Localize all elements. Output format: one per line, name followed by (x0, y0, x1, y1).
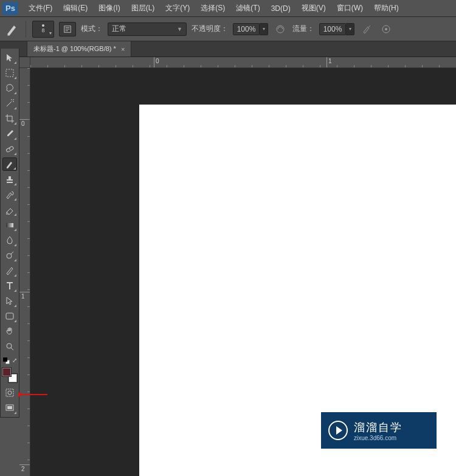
document-tab-bar: 未标题-1 @ 100%(RGB/8) * × (0, 41, 456, 57)
flow-dropdown[interactable]: ▾ (346, 23, 354, 35)
menu-image[interactable]: 图像(I) (93, 1, 125, 16)
gradient-tool[interactable] (2, 218, 17, 232)
lasso-tool[interactable] (2, 81, 17, 95)
menu-help[interactable]: 帮助(H) (368, 1, 404, 16)
size-pressure-toggle[interactable] (379, 22, 393, 36)
menu-3d[interactable]: 3D(D) (266, 2, 296, 15)
watermark-text: 溜溜自学 (354, 420, 402, 435)
svg-point-6 (9, 148, 10, 150)
play-icon (328, 421, 348, 440)
opacity-dropdown[interactable]: ▾ (260, 23, 268, 35)
brush-preset-picker[interactable]: 8 ▾ (32, 21, 54, 38)
svg-rect-4 (6, 69, 13, 77)
menu-layer[interactable]: 图层(L) (126, 1, 161, 16)
shape-tool[interactable] (2, 309, 17, 323)
opacity-pressure-toggle[interactable] (273, 22, 288, 36)
eraser-tool[interactable] (2, 203, 17, 216)
menu-filter[interactable]: 滤镜(T) (230, 1, 265, 16)
color-swatches (2, 367, 18, 383)
tool-preset-picker[interactable] (5, 22, 19, 36)
flow-input[interactable]: 100% (319, 23, 346, 35)
brush-panel-toggle[interactable] (59, 22, 76, 36)
opacity-label: 不透明度： (192, 24, 228, 34)
blend-mode-select[interactable]: 正常▼ (108, 22, 187, 36)
svg-point-12 (8, 391, 12, 395)
svg-rect-9 (6, 313, 13, 319)
quick-select-tool[interactable] (2, 97, 17, 110)
document-tab[interactable]: 未标题-1 @ 100%(RGB/8) * × (27, 41, 131, 57)
document-tab-title: 未标题-1 @ 100%(RGB/8) * (33, 44, 116, 53)
menu-select[interactable]: 选择(S) (195, 1, 230, 16)
horizontal-ruler[interactable]: 01 (30, 57, 456, 68)
svg-point-3 (385, 28, 387, 30)
blur-tool[interactable] (2, 233, 17, 247)
eyedropper-tool[interactable] (2, 127, 17, 140)
swap-colors-icon[interactable]: ⤢ (12, 357, 17, 364)
flow-label: 流量： (292, 24, 314, 34)
crop-tool[interactable] (2, 112, 17, 125)
watermark-url: zixue.3d66.com (354, 435, 402, 441)
tools-panel: ⤢ (0, 49, 19, 418)
close-icon[interactable]: × (121, 46, 125, 53)
move-tool[interactable] (2, 51, 17, 64)
quick-mask-toggle[interactable] (2, 386, 17, 399)
ruler-origin[interactable] (19, 57, 30, 68)
screen-mode-toggle[interactable] (2, 401, 17, 415)
clone-stamp-tool[interactable] (2, 173, 17, 186)
mode-label: 模式： (81, 24, 103, 34)
vertical-ruler[interactable]: 012 (19, 68, 30, 476)
foreground-color-swatch[interactable] (2, 367, 12, 377)
menu-window[interactable]: 窗口(W) (331, 1, 368, 16)
svg-rect-14 (7, 406, 12, 409)
opacity-input[interactable]: 100% (233, 23, 260, 35)
history-brush-tool[interactable] (2, 188, 17, 201)
airbrush-toggle[interactable] (359, 22, 374, 36)
zoom-tool[interactable] (2, 340, 17, 353)
path-select-tool[interactable] (2, 294, 17, 308)
pen-tool[interactable] (2, 264, 17, 277)
divider (26, 21, 26, 38)
marquee-tool[interactable] (2, 66, 17, 80)
watermark: 溜溜自学 zixue.3d66.com (321, 412, 437, 449)
hand-tool[interactable] (2, 325, 17, 338)
svg-point-10 (7, 343, 12, 348)
menu-file[interactable]: 文件(F) (23, 1, 58, 16)
type-tool[interactable] (2, 279, 17, 292)
menu-edit[interactable]: 编辑(E) (58, 1, 93, 16)
healing-brush-tool[interactable] (2, 142, 17, 156)
menu-type[interactable]: 文字(Y) (160, 1, 195, 16)
menu-view[interactable]: 视图(V) (296, 1, 331, 16)
svg-rect-7 (6, 223, 13, 227)
dodge-tool[interactable] (2, 249, 17, 262)
options-bar: 8 ▾ 模式： 正常▼ 不透明度： 100% ▾ 流量： 100% ▾ (0, 17, 456, 41)
svg-point-8 (7, 254, 12, 258)
svg-rect-11 (6, 389, 13, 396)
reset-colors-icon[interactable] (3, 357, 10, 364)
menu-bar: Ps 文件(F) 编辑(E) 图像(I) 图层(L) 文字(Y) 选择(S) 滤… (0, 0, 456, 17)
app-logo: Ps (2, 2, 18, 15)
brush-tool[interactable] (2, 157, 17, 171)
